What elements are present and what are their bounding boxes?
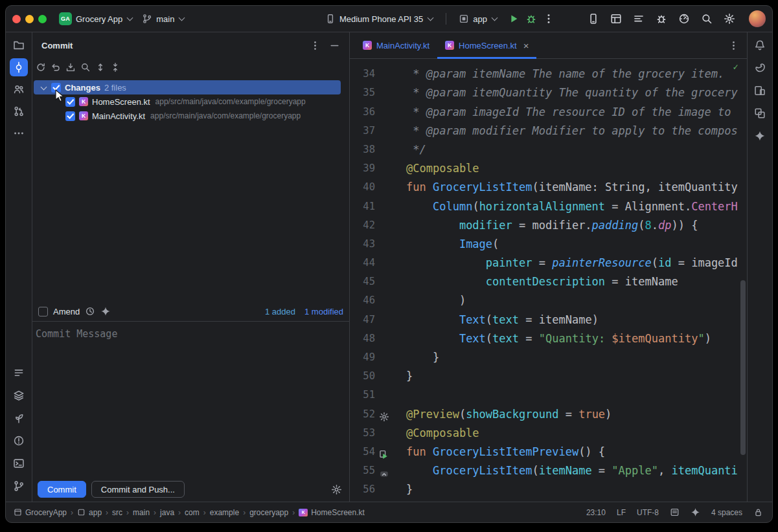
more-icon[interactable] xyxy=(10,124,28,142)
shelve-icon[interactable] xyxy=(63,60,78,74)
run-preview-icon[interactable] xyxy=(379,447,389,458)
added-count[interactable]: 1 added xyxy=(265,307,295,316)
profiler-icon[interactable] xyxy=(678,13,690,25)
search-icon[interactable] xyxy=(701,13,713,25)
app-quality-insights-icon[interactable] xyxy=(656,13,667,25)
device-explorer-icon[interactable] xyxy=(10,409,28,427)
line-number[interactable]: 41 xyxy=(350,197,375,216)
ai-commit-message-icon[interactable] xyxy=(100,306,111,316)
file-checkbox[interactable] xyxy=(65,111,75,121)
file-encoding[interactable]: UTF-8 xyxy=(637,508,659,517)
hide-panel-icon[interactable] xyxy=(329,40,340,51)
lock-icon[interactable] xyxy=(753,507,763,517)
line-number[interactable]: 46 xyxy=(350,291,375,310)
breadcrumb-item[interactable]: com xyxy=(185,508,200,517)
line-number[interactable]: 38 xyxy=(350,140,375,159)
run-config-selector[interactable]: app xyxy=(454,11,502,27)
line-number[interactable]: 35 xyxy=(350,83,375,102)
line-number[interactable]: 43 xyxy=(350,235,375,254)
chevron-expanded-icon[interactable] xyxy=(41,83,47,90)
line-number[interactable]: 36 xyxy=(350,103,375,122)
line-number[interactable]: 57 xyxy=(350,500,375,502)
running-devices-icon[interactable] xyxy=(751,82,769,100)
pull-requests-icon[interactable] xyxy=(10,102,28,120)
commit-message-input[interactable]: Commit Message xyxy=(32,321,349,478)
changes-row[interactable]: Changes 2 files xyxy=(34,80,341,94)
line-number[interactable]: 44 xyxy=(350,254,375,272)
amend-checkbox[interactable] xyxy=(38,307,48,316)
breadcrumb-item[interactable]: GroceryApp xyxy=(14,508,67,517)
refresh-icon[interactable] xyxy=(34,60,48,74)
modified-count[interactable]: 1 modified xyxy=(304,307,343,316)
tab-MainActivity.kt[interactable]: KMainActivity.kt xyxy=(355,32,437,58)
project-icon[interactable] xyxy=(10,36,28,54)
breadcrumb-item[interactable]: KHomeScreen.kt xyxy=(299,508,365,517)
line-number[interactable]: 56 xyxy=(350,480,375,499)
file-row[interactable]: KMainActivity.ktapp/src/main/java/com/ex… xyxy=(32,109,349,123)
breadcrumb-item[interactable]: groceryapp xyxy=(249,508,288,517)
commit-settings-icon[interactable] xyxy=(331,484,342,495)
line-separator[interactable]: LF xyxy=(617,508,626,517)
build-variants-icon[interactable] xyxy=(10,386,28,405)
collapse-all-icon[interactable] xyxy=(108,60,122,74)
tab-options-icon[interactable] xyxy=(728,40,739,51)
layout-inspector-icon[interactable] xyxy=(610,13,622,25)
editor-scrollbar[interactable] xyxy=(740,280,746,455)
device-selector[interactable]: Medium Phone API 35 xyxy=(321,11,438,27)
reader-mode-icon[interactable] xyxy=(670,507,680,517)
inspections-ok-icon[interactable]: ✓ xyxy=(733,61,738,72)
commit-and-push-button[interactable]: Commit and Push... xyxy=(91,481,185,498)
indent-style[interactable]: 4 spaces xyxy=(711,508,742,517)
line-number[interactable]: 37 xyxy=(350,122,375,140)
line-number[interactable]: 39 xyxy=(350,159,375,178)
run-button[interactable] xyxy=(508,13,520,25)
expand-all-icon[interactable] xyxy=(93,60,108,74)
user-avatar[interactable] xyxy=(749,10,766,27)
line-number[interactable]: 51 xyxy=(350,386,375,405)
version-control-icon[interactable] xyxy=(10,477,28,495)
line-number[interactable]: 53 xyxy=(350,424,375,443)
more-actions-icon[interactable] xyxy=(543,13,555,25)
gemini-icon[interactable] xyxy=(751,127,769,145)
breadcrumb-item[interactable]: app xyxy=(77,508,102,517)
line-number[interactable]: 47 xyxy=(350,311,375,329)
line-number[interactable]: 50 xyxy=(350,367,375,386)
terminal-icon[interactable] xyxy=(10,454,28,472)
line-number[interactable]: 54 xyxy=(350,443,375,461)
tab-HomeScreen.kt[interactable]: KHomeScreen.kt× xyxy=(437,32,536,58)
branch-widget[interactable]: main xyxy=(137,11,189,27)
commit-history-icon[interactable] xyxy=(85,306,95,316)
line-number[interactable]: 49 xyxy=(350,348,375,367)
preview-settings-icon[interactable] xyxy=(379,409,389,419)
commit-button[interactable]: Commit xyxy=(38,481,86,498)
problems-icon[interactable] xyxy=(10,432,28,450)
file-checkbox[interactable] xyxy=(65,97,75,107)
code-editor[interactable]: 33 *34 * @param itemName The name of the… xyxy=(350,59,747,502)
close-window-button[interactable] xyxy=(12,15,21,23)
file-row[interactable]: KHomeScreen.ktapp/src/main/java/com/exam… xyxy=(32,94,349,109)
line-number[interactable]: 48 xyxy=(350,329,375,348)
commit-icon[interactable] xyxy=(10,58,28,76)
notifications-icon[interactable] xyxy=(751,36,769,54)
breadcrumb-item[interactable]: java xyxy=(160,508,174,517)
structure-icon[interactable] xyxy=(10,80,28,98)
gradle-icon[interactable] xyxy=(751,59,769,77)
cursor-position[interactable]: 23:10 xyxy=(586,508,606,517)
minimize-window-button[interactable] xyxy=(25,15,34,23)
commit-options-icon[interactable] xyxy=(310,40,321,51)
ai-spark-icon[interactable] xyxy=(691,507,700,517)
breadcrumb-item[interactable]: example xyxy=(210,508,239,517)
logcat-icon[interactable] xyxy=(633,13,645,25)
line-number[interactable]: 34 xyxy=(350,65,375,83)
fold-icon[interactable] xyxy=(379,466,389,476)
debug-button[interactable] xyxy=(525,13,537,25)
device-manager-icon[interactable] xyxy=(588,13,599,25)
settings-icon[interactable] xyxy=(724,13,735,25)
breadcrumb-item[interactable]: src xyxy=(112,508,122,517)
zoom-window-button[interactable] xyxy=(38,15,47,23)
line-number[interactable]: 55 xyxy=(350,461,375,480)
resource-manager-icon[interactable] xyxy=(751,104,769,122)
changes-checkbox[interactable] xyxy=(51,83,61,93)
line-number[interactable]: 52 xyxy=(350,405,375,424)
project-widget[interactable]: GA Grocery App xyxy=(54,10,137,28)
